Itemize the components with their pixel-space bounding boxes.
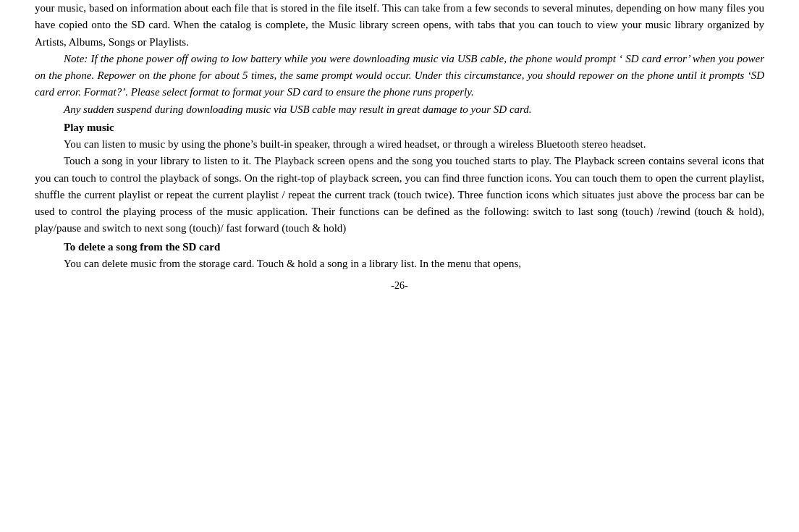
touch-song-paragraph: Touch a song in your library to listen t… [35,153,764,237]
play-music-body-paragraph: You can listen to music by using the pho… [35,136,764,153]
sudden-suspend-text: Any sudden suspend during downloading mu… [64,104,532,115]
play-music-body-text: You can listen to music by using the pho… [64,138,646,150]
page-container: your music, based on information about e… [0,0,799,532]
delete-body-text: You can delete music from the storage ca… [64,258,521,269]
delete-body-paragraph: You can delete music from the storage ca… [35,256,764,272]
intro-text: your music, based on information about e… [35,2,764,48]
delete-heading-text: To delete a song from the SD card [64,241,220,253]
play-music-heading: Play music [64,122,114,133]
play-music-heading-paragraph: Play music [35,119,764,136]
indent-spacer-7 [35,256,64,272]
indent-spacer-5 [35,153,64,169]
sudden-suspend-paragraph: Any sudden suspend during downloading mu… [35,101,764,118]
touch-song-text: Touch a song in your library to listen t… [35,155,764,234]
page-number: -26- [35,278,764,294]
intro-paragraph: your music, based on information about e… [35,0,764,51]
indent-spacer-1 [35,51,64,67]
indent-spacer-2 [35,101,64,118]
indent-spacer-4 [35,136,64,153]
delete-heading-paragraph: To delete a song from the SD card [35,239,764,256]
note-italic-text: Note: If the phone power off owing to lo… [35,53,764,98]
indent-spacer-6 [35,239,64,256]
note-italic-paragraph: Note: If the phone power off owing to lo… [35,51,764,101]
indent-spacer-3 [35,119,64,136]
